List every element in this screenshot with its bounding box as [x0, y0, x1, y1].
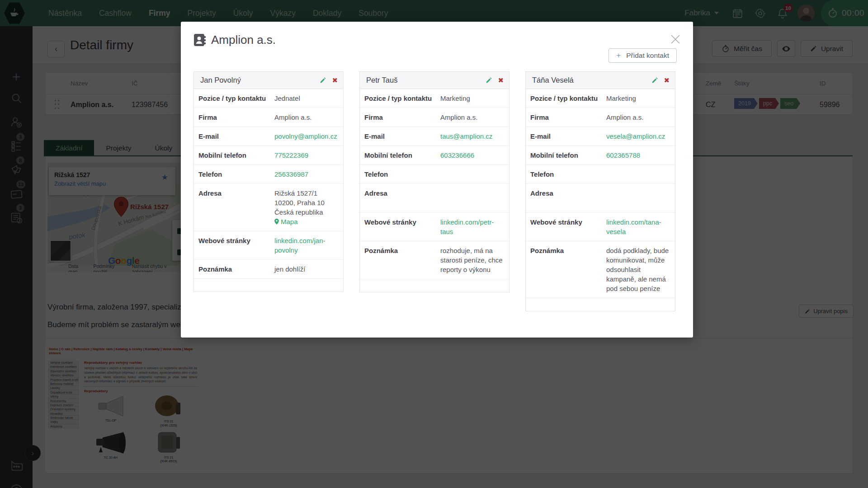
contact-field-address: Adresa [526, 184, 675, 213]
contact-field-phone: Telefon [526, 165, 675, 184]
delete-contact-icon[interactable]: ✖ [332, 77, 338, 84]
contact-address-value [440, 188, 505, 208]
contact-field-website: Webové stránkylinkedin.com/tana-vesela [526, 213, 675, 241]
field-label: Poznámka [530, 246, 606, 293]
contact-field-company: FirmaAmplion a.s. [360, 108, 509, 127]
field-label: Firma [198, 113, 274, 122]
contact-note-value: dodá podklady, bude komunikovat, může od… [606, 246, 670, 293]
modal-title: Amplion a.s. [211, 33, 276, 47]
contact-website-link[interactable]: linkedin.com/jan-povolny [274, 236, 339, 255]
card-footer-row [526, 298, 675, 311]
field-label: Poznámka [198, 264, 274, 274]
contact-mobile-link[interactable]: 603236666 [440, 150, 505, 160]
field-label: Webové stránky [530, 217, 606, 236]
card-footer-row [194, 279, 343, 291]
field-label: Telefon [364, 169, 440, 179]
contact-company-value: Amplion a.s. [440, 113, 505, 122]
edit-contact-pencil-icon[interactable] [320, 77, 326, 84]
contact-position-value: Marketing [440, 94, 505, 103]
contact-note-value: rozhoduje, má na starosti peníze, chce r… [440, 246, 505, 274]
contact-field-phone: Telefon256336987 [194, 165, 343, 184]
contact-field-position: Pozice / typ kontaktuMarketing [526, 89, 675, 108]
edit-contact-pencil-icon[interactable] [486, 77, 492, 84]
contact-field-email: E-mailvesela@amplion.cz [526, 127, 675, 146]
contact-phone-value [440, 169, 505, 179]
add-contact-button[interactable]: + Přidat kontakt [609, 48, 677, 63]
delete-contact-icon[interactable]: ✖ [498, 77, 504, 84]
contact-field-address: AdresaRižská 1527/110200, Praha 10Česká … [194, 184, 343, 231]
field-label: Mobilní telefon [364, 150, 440, 160]
contact-field-phone: Telefon [360, 165, 509, 184]
contact-mobile-link[interactable]: 775222369 [274, 150, 339, 160]
plus-icon: + [616, 51, 621, 60]
field-label: E-mail [530, 131, 606, 141]
contact-card: Petr Tauš✖Pozice / typ kontaktuMarketing… [359, 71, 509, 292]
contact-field-mobile: Mobilní telefon602365788 [526, 146, 675, 165]
contact-email-link[interactable]: vesela@amplion.cz [606, 131, 670, 141]
contact-field-position: Pozice / typ kontaktuJednatel [194, 89, 343, 108]
field-label: Webové stránky [198, 236, 274, 255]
contact-field-email: E-mailtaus@amplion.cz [360, 127, 509, 146]
contact-field-email: E-mailpovolny@amplion.cz [194, 127, 343, 146]
contact-phone-link[interactable]: 256336987 [274, 169, 339, 179]
field-label: Pozice / typ kontaktu [530, 94, 606, 103]
field-label: Telefon [198, 169, 274, 179]
contact-note-value: jen dohlíží [274, 264, 339, 274]
delete-contact-icon[interactable]: ✖ [664, 77, 670, 84]
contact-card-header: Petr Tauš✖ [360, 72, 509, 89]
contact-position-value: Jednatel [274, 94, 339, 103]
contact-address-value [606, 188, 670, 208]
contact-company-value: Amplion a.s. [606, 113, 670, 122]
field-label: E-mail [364, 131, 440, 141]
field-label: Adresa [530, 188, 606, 208]
contact-field-company: FirmaAmplion a.s. [194, 108, 343, 127]
contact-field-note: Poznámkadodá podklady, bude komunikovat,… [526, 241, 675, 298]
field-label: Adresa [198, 188, 274, 226]
contact-field-position: Pozice / typ kontaktuMarketing [360, 89, 509, 108]
contact-address-value: Rižská 1527/110200, Praha 10Česká republ… [274, 188, 339, 226]
contact-email-link[interactable]: povolny@amplion.cz [274, 131, 339, 141]
field-label: Webové stránky [364, 217, 440, 236]
contact-field-company: FirmaAmplion a.s. [526, 108, 675, 127]
contact-field-address: Adresa [360, 184, 509, 213]
contact-email-link[interactable]: taus@amplion.cz [440, 131, 505, 141]
contact-field-website: Webové stránkylinkedin.com/jan-povolny [194, 231, 343, 260]
field-label: Adresa [364, 188, 440, 208]
contact-field-mobile: Mobilní telefon603236666 [360, 146, 509, 165]
contact-card-header: Táňa Veselá✖ [526, 72, 675, 89]
contact-book-icon [193, 33, 206, 47]
field-label: Firma [530, 113, 606, 122]
contact-company-value: Amplion a.s. [274, 113, 339, 122]
contact-name: Petr Tauš [366, 76, 486, 84]
contact-name: Jan Povolný [200, 76, 320, 84]
edit-contact-pencil-icon[interactable] [651, 77, 658, 84]
contact-website-link[interactable]: linkedin.com/petr-taus [440, 217, 505, 236]
contact-field-website: Webové stránkylinkedin.com/petr-taus [360, 213, 509, 241]
contact-name: Táňa Veselá [532, 76, 651, 84]
card-footer-row [360, 279, 509, 292]
contact-card: Jan Povolný✖Pozice / typ kontaktuJednate… [193, 71, 344, 292]
contact-field-mobile: Mobilní telefon775222369 [194, 146, 343, 165]
close-icon[interactable] [669, 33, 682, 46]
field-label: Pozice / typ kontaktu [364, 94, 440, 103]
field-label: Pozice / typ kontaktu [198, 94, 274, 103]
contact-cards: Jan Povolný✖Pozice / typ kontaktuJednate… [193, 71, 680, 311]
contact-mobile-link[interactable]: 602365788 [606, 150, 670, 160]
field-label: Mobilní telefon [530, 150, 606, 160]
contact-card-header: Jan Povolný✖ [194, 72, 343, 89]
contact-phone-value [606, 169, 670, 179]
field-label: Firma [364, 113, 440, 122]
contacts-modal: Amplion a.s. + Přidat kontakt Jan Povoln… [181, 22, 693, 338]
field-label: Mobilní telefon [198, 150, 274, 160]
field-label: E-mail [198, 131, 274, 141]
contact-position-value: Marketing [606, 94, 670, 103]
contact-card: Táňa Veselá✖Pozice / typ kontaktuMarketi… [525, 71, 675, 311]
contact-field-note: Poznámkajen dohlíží [194, 260, 343, 279]
contact-website-link[interactable]: linkedin.com/tana-vesela [606, 217, 670, 236]
field-label: Poznámka [364, 246, 440, 274]
field-label: Telefon [530, 169, 606, 179]
map-link[interactable]: Mapa [274, 217, 339, 226]
contact-field-note: Poznámkarozhoduje, má na starosti peníze… [360, 241, 509, 279]
